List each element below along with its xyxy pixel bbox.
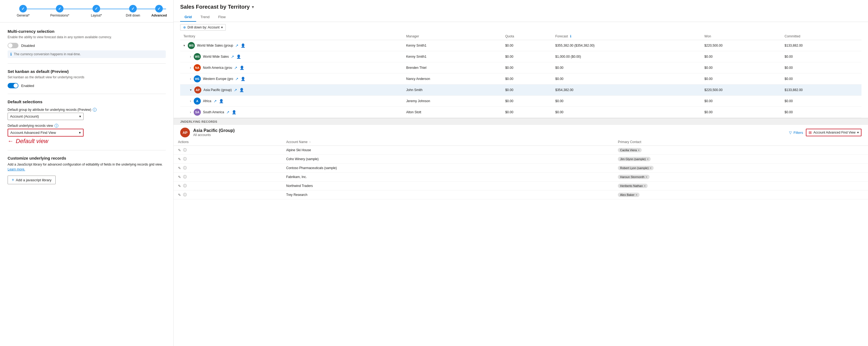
info-circle-5[interactable]: ⓘ: [183, 193, 187, 197]
manager-cell-4: John Smith: [403, 84, 502, 96]
tag-remove-2[interactable]: ×: [650, 166, 651, 170]
territory-cell-1: › WS World Wide Sales ↗ 👤: [180, 51, 403, 62]
account-name-cell-1: Coho Winery (sample): [282, 155, 614, 164]
tag-remove-5[interactable]: ×: [636, 193, 637, 197]
account-name-cell-4: Northwind Traders: [282, 181, 614, 191]
drill-down-button[interactable]: ⊕ Drill down by: Account ▾: [180, 24, 226, 31]
tab-trend[interactable]: Trend: [196, 13, 214, 22]
edit-icon-5[interactable]: ✎: [178, 193, 181, 197]
forecast-header: Sales Forecast by Territory ▾ Grid Trend…: [174, 0, 868, 22]
view-select-control[interactable]: Account Advanced Find View ▾: [8, 129, 84, 137]
forecast-info-icon[interactable]: ℹ: [570, 34, 571, 38]
filter-button[interactable]: ▽ Filters: [789, 131, 803, 135]
edit-icon-1[interactable]: ✎: [178, 157, 181, 161]
territory-cell-0: ▾ WS World Wide Sales (group ↗ 👤: [180, 40, 403, 51]
forecast-table: Territory Manager Quota Forecast ℹ Won C…: [180, 33, 862, 118]
info-icon-currency: ℹ: [10, 52, 12, 56]
wizard-step-permissions[interactable]: ✓ Permissions*: [41, 5, 78, 18]
committed-cell-5: $0.00: [781, 96, 862, 107]
info-circle-1[interactable]: ⓘ: [183, 157, 187, 162]
account-name-cell-0: Alpine Ski House: [282, 146, 614, 155]
forecast-body: ⊕ Drill down by: Account ▾ Territory Man…: [174, 22, 868, 346]
forecast-title-chevron[interactable]: ▾: [252, 4, 254, 9]
underlying-actions: ▽ Filters ⊞ Account Advanced Find View ▾: [789, 129, 862, 136]
edit-icon-4[interactable]: ✎: [178, 184, 181, 188]
person-icon[interactable]: 👤: [236, 55, 241, 59]
territory-name: North America (grou: [203, 66, 232, 70]
view-selector[interactable]: ⊞ Account Advanced Find View ▾: [806, 129, 862, 136]
share-icon[interactable]: ↗: [226, 110, 229, 114]
kanban-toggle[interactable]: [8, 83, 19, 88]
tag-remove-0[interactable]: ×: [638, 148, 640, 152]
group-select-label: Default group by attribute for underlyin…: [8, 108, 166, 112]
expand-icon[interactable]: ›: [190, 66, 191, 70]
person-icon[interactable]: 👤: [232, 110, 236, 114]
group-select-control[interactable]: Account (Account) ▾: [8, 113, 84, 120]
view-info-icon[interactable]: i: [55, 124, 58, 128]
group-info-icon[interactable]: i: [93, 108, 97, 112]
person-icon[interactable]: 👤: [241, 43, 245, 48]
col-territory: Territory: [180, 33, 403, 40]
tab-grid[interactable]: Grid: [180, 13, 196, 22]
wizard-step-drilldown[interactable]: ✓ Drill down: [115, 5, 151, 18]
learn-more-link[interactable]: Learn more.: [8, 167, 25, 171]
share-icon[interactable]: ↗: [235, 43, 239, 48]
tag-remove-3[interactable]: ×: [646, 175, 647, 179]
filter-icon: ▽: [789, 131, 792, 135]
plus-icon: +: [12, 177, 14, 182]
expand-icon[interactable]: ›: [190, 55, 191, 59]
action-icons: ↗ 👤: [235, 77, 245, 81]
share-icon[interactable]: ↗: [231, 55, 234, 59]
person-icon[interactable]: 👤: [239, 88, 244, 92]
tag-remove-1[interactable]: ×: [647, 158, 649, 161]
won-cell-2: $0.00: [701, 62, 781, 73]
expand-icon[interactable]: ▾: [190, 88, 192, 92]
person-icon[interactable]: 👤: [241, 77, 245, 81]
won-cell-5: $0.00: [701, 96, 781, 107]
territory-cell-4: ▾ AP Asia Pacific (group) ↗ 👤: [180, 84, 403, 96]
share-icon[interactable]: ↗: [234, 88, 237, 92]
person-icon[interactable]: 👤: [240, 66, 244, 70]
underlying-row: ✎ ⓘ Contoso Pharmaceuticals (sample) Rob…: [174, 164, 868, 173]
info-circle-2[interactable]: ⓘ: [183, 166, 187, 170]
wizard-step-general[interactable]: ✓ General*: [5, 5, 41, 18]
share-icon[interactable]: ↗: [234, 66, 238, 70]
step-label-drilldown: Drill down: [126, 13, 140, 18]
tag-remove-4[interactable]: ×: [644, 184, 646, 187]
committed-cell-4: $133,882.00: [781, 84, 862, 96]
drill-icon: ⊕: [183, 26, 186, 29]
col-won: Won: [701, 33, 781, 40]
manager-cell-6: Alton Stott: [403, 107, 502, 118]
expand-icon[interactable]: ›: [190, 77, 191, 81]
step-label-layout: Layout*: [91, 13, 102, 18]
manager-cell-2: Brenden Thiel: [403, 62, 502, 73]
share-icon[interactable]: ↗: [214, 99, 217, 103]
underlying-row: ✎ ⓘ Fabrikam, Inc. Haroun Stormonth ×: [174, 173, 868, 181]
info-circle-0[interactable]: ⓘ: [183, 148, 187, 152]
step-label-general: General*: [17, 13, 30, 18]
multicurrency-toggle[interactable]: [8, 43, 19, 48]
edit-icon-2[interactable]: ✎: [178, 166, 181, 170]
annotation-row: ← Default view: [8, 138, 166, 145]
wizard-step-advanced[interactable]: ✓ Advanced: [151, 5, 167, 18]
view-select-value: Account Advanced Find View: [10, 131, 56, 135]
expand-icon[interactable]: ›: [190, 110, 191, 114]
info-circle-3[interactable]: ⓘ: [183, 174, 187, 179]
add-javascript-button[interactable]: + Add a javascript library: [8, 176, 56, 184]
person-icon[interactable]: 👤: [219, 99, 224, 103]
expand-icon[interactable]: ›: [190, 99, 191, 103]
account-name-sort-icon[interactable]: ↑: [309, 141, 311, 144]
col-forecast: Forecast ℹ: [552, 33, 702, 40]
expand-icon[interactable]: ▾: [183, 44, 185, 47]
won-cell-1: $0.00: [701, 51, 781, 62]
wizard-step-layout[interactable]: ✓ Layout*: [78, 5, 115, 18]
territory-cell-5: › A Africa ↗ 👤: [180, 96, 403, 107]
kanban-title: Set kanban as default (Preview): [8, 69, 166, 74]
share-icon[interactable]: ↗: [235, 77, 239, 81]
tab-flow[interactable]: Flow: [214, 13, 230, 22]
info-circle-4[interactable]: ⓘ: [183, 183, 187, 188]
forecast-row: › WS World Wide Sales ↗ 👤 Kenny Smith1 $…: [180, 51, 862, 62]
forecast-cell-6: $0.00: [552, 107, 702, 118]
edit-icon-0[interactable]: ✎: [178, 148, 181, 152]
edit-icon-3[interactable]: ✎: [178, 175, 181, 179]
